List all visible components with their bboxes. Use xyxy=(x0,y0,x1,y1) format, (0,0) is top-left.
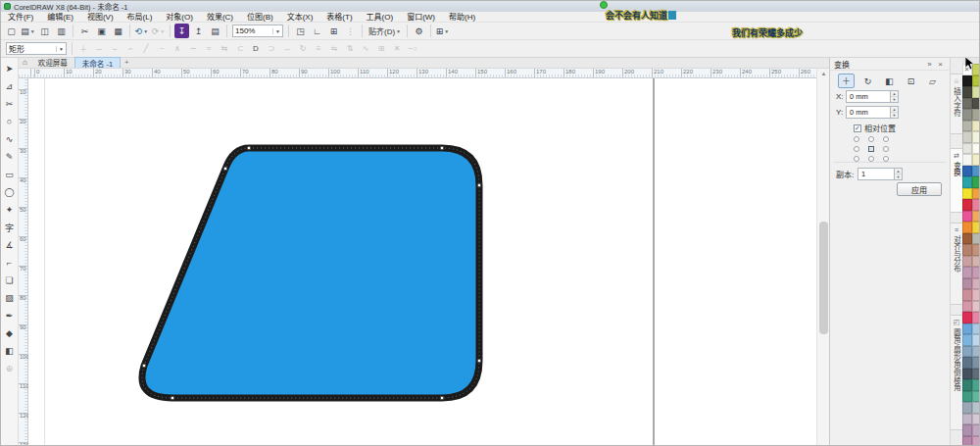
color-swatch[interactable] xyxy=(962,312,972,323)
paste-button[interactable]: ▦ xyxy=(111,24,125,38)
color-swatch[interactable] xyxy=(962,154,972,166)
color-swatch[interactable] xyxy=(972,414,980,425)
crop-tool[interactable]: ✂ xyxy=(2,95,18,113)
menu-text[interactable]: 文本(X) xyxy=(280,12,320,23)
drawn-shape[interactable] xyxy=(28,78,816,446)
color-swatch[interactable] xyxy=(972,176,980,188)
tab-welcome-screen[interactable]: 欢迎屏幕 xyxy=(31,57,74,68)
polygon-tool[interactable]: ✦ xyxy=(2,201,18,219)
menu-window[interactable]: 窗口(W) xyxy=(400,12,442,23)
tab-untitled-document[interactable]: 未命名 -1 xyxy=(74,57,121,68)
color-swatch[interactable] xyxy=(972,357,980,369)
color-swatch[interactable] xyxy=(962,379,972,391)
color-swatch[interactable] xyxy=(972,233,980,245)
ellipse-tool[interactable]: ◯ xyxy=(2,183,18,201)
color-swatch[interactable] xyxy=(972,267,980,278)
options-button[interactable]: ⚙ xyxy=(412,24,426,38)
menu-layout[interactable]: 布局(L) xyxy=(121,12,160,23)
vertical-ruler[interactable]: 102030405060708090100110120130 xyxy=(19,78,28,446)
shape-tool[interactable]: ⊿ xyxy=(2,77,18,95)
rectangle-tool[interactable]: ▭ xyxy=(2,166,18,183)
application-launcher-button[interactable]: ⊞▼ xyxy=(435,24,450,38)
menu-table[interactable]: 表格(T) xyxy=(319,12,359,23)
color-swatch[interactable] xyxy=(962,346,972,358)
drop-shadow-tool[interactable]: ❏ xyxy=(2,272,18,289)
color-swatch[interactable] xyxy=(962,301,972,313)
horizontal-ruler[interactable]: 0102030405060708090100110120130140150160… xyxy=(19,69,816,78)
open-document-button[interactable]: ▤▼ xyxy=(21,24,35,38)
tab-welcome-home-icon[interactable]: ⌂ xyxy=(19,57,31,68)
pick-tool[interactable]: ➤ xyxy=(2,60,18,77)
color-swatch[interactable] xyxy=(972,75,980,87)
color-swatch[interactable] xyxy=(972,301,980,313)
anchor-point-5[interactable] xyxy=(883,146,889,152)
full-screen-preview-button[interactable]: ◳ xyxy=(293,24,308,38)
color-swatch[interactable] xyxy=(962,278,972,290)
curve-node[interactable] xyxy=(441,397,444,400)
curve-node[interactable] xyxy=(224,168,227,171)
anchor-point-2[interactable] xyxy=(883,136,889,142)
color-swatch[interactable] xyxy=(962,121,972,132)
color-swatch[interactable] xyxy=(962,86,972,98)
color-eyedropper-tool[interactable]: ✒ xyxy=(2,307,18,324)
connector-tool[interactable]: ⌐ xyxy=(2,254,18,272)
apply-button[interactable]: 应用 xyxy=(897,182,942,196)
color-swatch[interactable] xyxy=(962,357,972,369)
color-swatch[interactable] xyxy=(972,424,980,436)
curve-node[interactable] xyxy=(478,360,481,363)
drawing-canvas[interactable] xyxy=(28,78,816,446)
text-tool[interactable]: 字 xyxy=(2,219,18,236)
anchor-point-0[interactable] xyxy=(854,136,859,142)
import-button[interactable]: ↧ xyxy=(174,24,189,38)
x-input[interactable]: 0 mm xyxy=(846,90,891,103)
color-swatch[interactable] xyxy=(972,312,980,323)
color-swatch[interactable] xyxy=(972,121,980,132)
docker-close-icon[interactable]: × xyxy=(935,60,946,69)
menu-effects[interactable]: 效果(C) xyxy=(200,12,240,23)
zoom-level-combo[interactable]: 150%▼ xyxy=(232,25,283,37)
vertical-scrollbar[interactable]: ▲ xyxy=(816,69,829,446)
color-swatch[interactable] xyxy=(962,402,972,414)
shape-path[interactable] xyxy=(142,148,479,398)
copies-input[interactable]: 1 xyxy=(858,168,895,180)
color-swatch[interactable] xyxy=(972,379,980,391)
close-curve-button[interactable]: D xyxy=(249,42,263,56)
color-swatch[interactable] xyxy=(972,334,980,346)
new-document-tab-button[interactable]: + xyxy=(121,57,133,68)
color-swatch[interactable] xyxy=(972,154,980,166)
print-document-button[interactable]: ▥ xyxy=(54,24,69,38)
color-swatch[interactable] xyxy=(962,131,972,143)
color-swatch[interactable] xyxy=(962,369,972,380)
freehand-tool[interactable]: ∿ xyxy=(2,130,18,148)
color-swatch[interactable] xyxy=(962,188,972,200)
color-swatch[interactable] xyxy=(962,244,972,256)
transform-mode-size[interactable]: ⊡ xyxy=(903,74,919,88)
anchor-point-3[interactable] xyxy=(854,146,859,152)
cut-button[interactable]: ✂ xyxy=(77,24,92,38)
color-swatch[interactable] xyxy=(962,289,972,301)
color-swatch[interactable] xyxy=(972,199,980,211)
color-swatch[interactable] xyxy=(972,256,980,268)
color-swatch[interactable] xyxy=(972,188,980,200)
color-swatch[interactable] xyxy=(962,176,972,188)
zoom-tool[interactable]: ○ xyxy=(2,113,18,130)
curve-node[interactable] xyxy=(248,147,251,150)
transparency-tool[interactable]: ▨ xyxy=(2,289,18,307)
color-swatch[interactable] xyxy=(962,222,972,233)
color-swatch[interactable] xyxy=(972,166,980,177)
color-swatch[interactable] xyxy=(972,131,980,143)
snap-to-button[interactable]: 贴齐(D)▼ xyxy=(366,25,404,38)
y-input[interactable]: 0 mm xyxy=(846,106,891,119)
color-swatch[interactable] xyxy=(962,166,972,177)
color-swatch[interactable] xyxy=(972,222,980,233)
color-swatch[interactable] xyxy=(972,244,980,256)
color-swatch[interactable] xyxy=(972,86,980,98)
transform-mode-position[interactable]: ＋ xyxy=(838,74,855,88)
color-swatch[interactable] xyxy=(962,211,972,223)
menu-object[interactable]: 对象(O) xyxy=(159,12,200,23)
color-swatch[interactable] xyxy=(962,233,972,245)
export-button[interactable]: ↥ xyxy=(191,24,206,38)
relative-position-checkbox[interactable]: ✓ xyxy=(854,124,861,132)
color-swatch[interactable] xyxy=(972,98,980,110)
color-swatch[interactable] xyxy=(962,414,972,425)
